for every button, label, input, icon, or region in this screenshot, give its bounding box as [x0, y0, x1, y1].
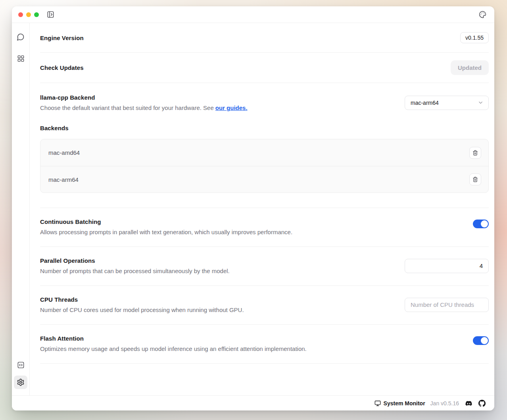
minimize-window-button[interactable] [26, 12, 31, 17]
engine-version-row: Engine Version v0.1.55 [40, 23, 489, 53]
flash-attention-label: Flash Attention [40, 335, 307, 342]
continuous-batching-row: Continuous Batching Allows processing pr… [40, 208, 489, 247]
backend-select-label: llama-cpp Backend [40, 94, 248, 101]
backends-section: Backends mac-amd64 mac-arm64 [40, 118, 489, 208]
backend-dropdown-value: mac-arm64 [411, 100, 439, 106]
github-icon[interactable] [478, 400, 486, 407]
settings-gear-icon [17, 378, 25, 386]
close-window-button[interactable] [18, 12, 23, 17]
sidebar-item-local-api-server[interactable] [14, 358, 27, 372]
system-monitor-label: System Monitor [384, 400, 425, 407]
backend-select-description: Choose the default variant that best sui… [40, 104, 248, 111]
check-updates-label: Check Updates [40, 64, 84, 71]
sidebar-item-settings[interactable] [14, 376, 27, 389]
trash-icon [472, 150, 478, 156]
toggle-knob [481, 337, 488, 344]
guides-link[interactable]: our guides. [215, 104, 248, 111]
backend-name: mac-amd64 [48, 149, 80, 156]
backend-list-item: mac-amd64 [40, 139, 488, 166]
continuous-batching-label: Continuous Batching [40, 218, 292, 225]
grid-icon [17, 55, 25, 62]
window-body: Engine Version v0.1.55 Check Updates Upd… [12, 23, 494, 395]
zoom-window-button[interactable] [34, 12, 39, 17]
backend-dropdown[interactable]: mac-arm64 [405, 96, 489, 110]
continuous-batching-description: Allows processing prompts in parallel wi… [40, 229, 292, 235]
chevron-down-icon [478, 100, 484, 106]
parallel-operations-description: Number of prompts that can be processed … [40, 268, 230, 274]
check-updates-button[interactable]: Updated [451, 60, 489, 75]
cpu-threads-input[interactable] [405, 298, 489, 312]
engine-version-badge: v0.1.55 [460, 32, 489, 43]
flash-attention-description: Optimizes memory usage and speeds up mod… [40, 345, 307, 352]
panel-toggle-icon[interactable] [47, 11, 54, 18]
engine-version-label: Engine Version [40, 35, 84, 41]
backend-name: mac-arm64 [48, 176, 79, 183]
delete-backend-button[interactable] [469, 147, 481, 159]
status-bar: System Monitor Jan v0.5.16 [12, 395, 494, 410]
sidebar-item-chat[interactable] [14, 30, 27, 44]
flash-attention-toggle[interactable] [473, 336, 489, 345]
system-monitor-button[interactable]: System Monitor [374, 400, 425, 407]
monitor-icon [374, 400, 381, 407]
cpu-threads-label: CPU Threads [40, 296, 244, 303]
flash-attention-row: Flash Attention Optimizes memory usage a… [40, 325, 489, 364]
parallel-operations-label: Parallel Operations [40, 257, 230, 264]
sidebar [12, 23, 30, 395]
settings-panel: Engine Version v0.1.55 Check Updates Upd… [30, 23, 494, 395]
trash-icon [472, 177, 478, 182]
titlebar [12, 6, 494, 23]
delete-backend-button[interactable] [469, 173, 481, 185]
traffic-lights [18, 12, 39, 17]
continuous-batching-toggle[interactable] [473, 220, 489, 228]
backend-select-row: llama-cpp Backend Choose the default var… [40, 83, 489, 118]
parallel-operations-input[interactable] [405, 259, 489, 273]
code-square-icon [17, 361, 25, 369]
chat-bubble-icon [17, 33, 25, 41]
backend-list-item: mac-arm64 [40, 166, 488, 193]
toggle-knob [481, 220, 488, 227]
backends-card: mac-amd64 mac-arm64 [40, 139, 489, 193]
cpu-threads-description: Number of CPU cores used for model proce… [40, 306, 244, 313]
backends-label: Backends [40, 125, 489, 131]
cpu-threads-row: CPU Threads Number of CPU cores used for… [40, 286, 489, 325]
app-window: Engine Version v0.1.55 Check Updates Upd… [12, 6, 494, 410]
check-updates-row: Check Updates Updated [40, 53, 489, 83]
app-version: Jan v0.5.16 [430, 400, 459, 407]
discord-icon[interactable] [465, 400, 473, 407]
palette-icon[interactable] [479, 11, 486, 18]
sidebar-item-hub[interactable] [14, 52, 27, 65]
parallel-operations-row: Parallel Operations Number of prompts th… [40, 247, 489, 286]
